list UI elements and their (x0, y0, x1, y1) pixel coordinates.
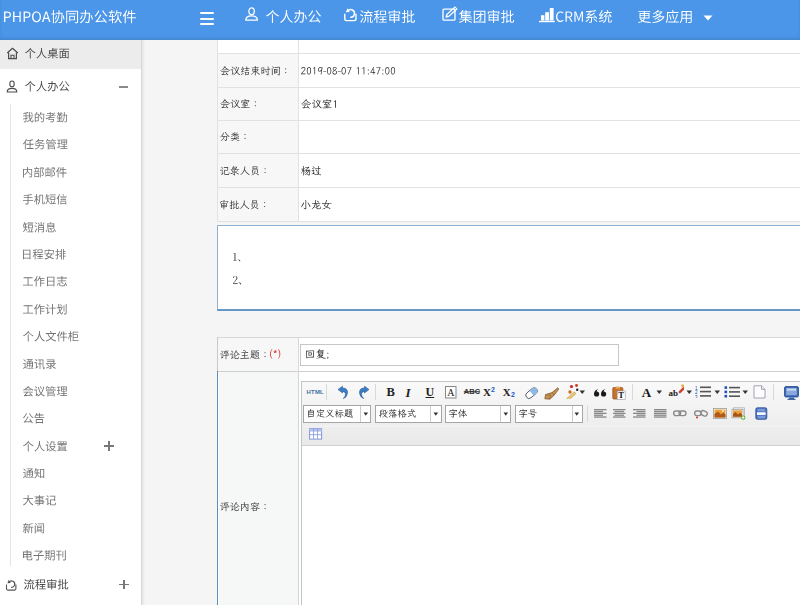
svg-text:A: A (447, 386, 455, 397)
svg-text:T: T (618, 390, 624, 400)
svg-text:3: 3 (695, 395, 698, 399)
